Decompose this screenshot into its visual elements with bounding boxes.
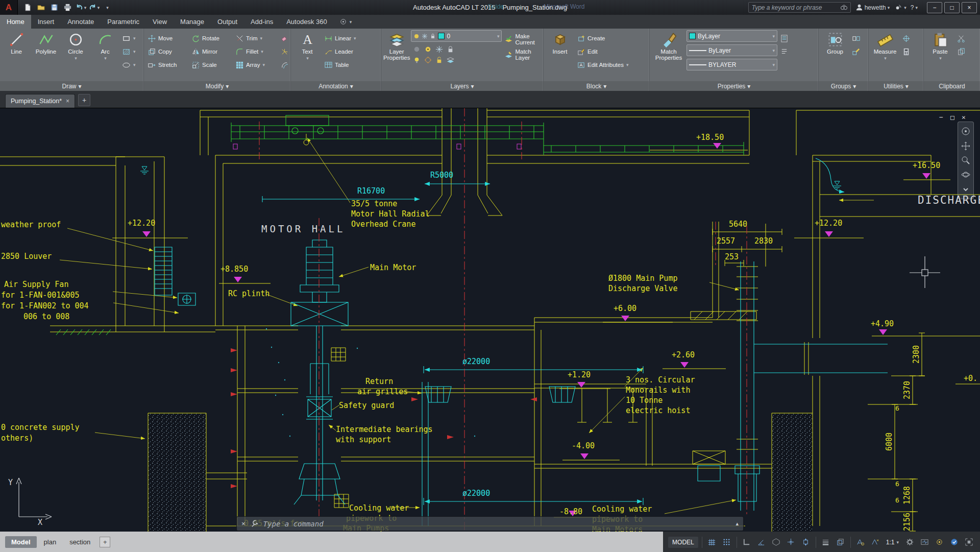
- tab-addins[interactable]: Add-ins: [244, 15, 280, 29]
- polar-tracking-toggle[interactable]: [755, 536, 768, 548]
- rotate-button[interactable]: Rotate: [190, 33, 234, 43]
- trim-button[interactable]: Trim▾: [234, 33, 278, 43]
- insert-block-button[interactable]: Insert: [546, 30, 574, 81]
- redo-dropdown-icon[interactable]: ▾: [97, 5, 100, 10]
- layer-select-combo[interactable]: 0 ▾: [411, 30, 502, 42]
- match-properties-button[interactable]: Match Properties: [652, 30, 685, 81]
- erase-button[interactable]: [279, 33, 290, 43]
- new-layout-button[interactable]: +: [100, 537, 110, 547]
- layer-thaw-button[interactable]: [422, 55, 433, 65]
- measure-button[interactable]: Measure ▾: [871, 30, 899, 81]
- linear-dimension-button[interactable]: Linear▾: [323, 33, 358, 43]
- line-button[interactable]: Line: [2, 30, 31, 81]
- list-button[interactable]: [778, 46, 790, 57]
- object-snap-tracking-toggle[interactable]: [785, 536, 797, 548]
- drawing-area[interactable]: Y X − □ × weather proof 2850 Louver Air …: [0, 108, 980, 532]
- layer-properties-button[interactable]: Layer Properties: [383, 30, 410, 81]
- panel-label-layers[interactable]: Layers▾: [381, 81, 543, 91]
- layer-freeze-button[interactable]: [433, 44, 445, 55]
- annotation-monitor-toggle[interactable]: [918, 536, 930, 548]
- layer-unlock-button[interactable]: [433, 55, 445, 65]
- ortho-mode-toggle[interactable]: [741, 536, 753, 548]
- viewport-restore-icon[interactable]: □: [950, 113, 954, 121]
- tab-manage[interactable]: Manage: [174, 15, 211, 29]
- arc-button[interactable]: Arc ▾: [91, 30, 119, 81]
- viewport-close-icon[interactable]: ×: [962, 113, 966, 121]
- make-current-button[interactable]: Make Current: [503, 34, 541, 44]
- scale-button[interactable]: Scale: [190, 60, 234, 70]
- properties-palette-button[interactable]: [778, 33, 790, 43]
- save-button[interactable]: [48, 2, 60, 13]
- search-input[interactable]: [751, 4, 840, 12]
- layer-walk-button[interactable]: [445, 55, 456, 65]
- move-button[interactable]: Move: [146, 33, 190, 43]
- panel-label-block[interactable]: Block▾: [544, 81, 649, 91]
- plot-button[interactable]: [62, 2, 73, 13]
- group-button[interactable]: Group: [821, 30, 849, 81]
- circle-button[interactable]: Circle ▾: [61, 30, 90, 81]
- command-history-icon[interactable]: ▴: [736, 520, 739, 527]
- paste-button[interactable]: Paste ▾: [926, 30, 954, 81]
- nav-more-icon[interactable]: [961, 184, 971, 195]
- layer-off-button[interactable]: [411, 44, 422, 55]
- edit-attributes-button[interactable]: Edit Attributes▾: [575, 60, 630, 70]
- zoom-icon[interactable]: [961, 155, 971, 165]
- annotation-scale-control[interactable]: 1:1 ▾: [884, 539, 901, 546]
- help-menu[interactable]: ? ▾: [911, 4, 918, 11]
- file-tab-pumping-station[interactable]: Pumping_Station* ×: [5, 94, 75, 108]
- ribbon-display-toggle[interactable]: ▾: [334, 15, 357, 29]
- signin-user[interactable]: hewetth ▾: [855, 3, 890, 12]
- mirror-button[interactable]: Mirror: [190, 46, 234, 57]
- object-snap-toggle[interactable]: [800, 536, 812, 548]
- file-tab-close-icon[interactable]: ×: [66, 98, 69, 105]
- copy-button[interactable]: Copy: [146, 46, 190, 57]
- array-button[interactable]: Array▾: [234, 60, 278, 70]
- app-menu-button[interactable]: A: [0, 0, 18, 15]
- tab-insert[interactable]: Insert: [31, 15, 61, 29]
- copy-clip-button[interactable]: [955, 46, 967, 57]
- panel-label-annotation[interactable]: Annotation▾: [291, 81, 381, 91]
- qat-menu-button[interactable]: ▾: [102, 2, 113, 13]
- tab-view[interactable]: View: [146, 15, 174, 29]
- open-button[interactable]: [35, 2, 46, 13]
- tab-autodesk360[interactable]: Autodesk 360: [280, 15, 334, 29]
- hatch-flyout-button[interactable]: ▾: [120, 46, 137, 57]
- model-space-toggle[interactable]: MODEL: [668, 537, 698, 548]
- rectangle-flyout-button[interactable]: ▾: [120, 33, 137, 43]
- layer-combo-dropdown-icon[interactable]: ▾: [497, 34, 500, 39]
- nav-wheel-icon[interactable]: [961, 126, 971, 136]
- text-button[interactable]: A Text ▾: [293, 30, 322, 81]
- communication-center[interactable]: ▾: [894, 3, 906, 12]
- quick-calc-button[interactable]: [900, 46, 912, 57]
- command-close-icon[interactable]: ×: [241, 520, 246, 527]
- group-edit-button[interactable]: [850, 46, 862, 57]
- selection-cycling-toggle[interactable]: [835, 536, 847, 548]
- new-drawing-tab-button[interactable]: +: [78, 94, 90, 106]
- window-restore-button[interactable]: □: [944, 2, 960, 13]
- cut-button[interactable]: [955, 33, 967, 43]
- ungroup-button[interactable]: [850, 33, 862, 43]
- binoculars-search-icon[interactable]: [840, 3, 848, 12]
- snap-mode-toggle[interactable]: [721, 536, 733, 548]
- ellipse-flyout-button[interactable]: ▾: [120, 60, 137, 70]
- offset-button[interactable]: [279, 60, 290, 70]
- layer-on-button[interactable]: [411, 55, 422, 65]
- id-point-button[interactable]: [900, 33, 912, 43]
- explode-button[interactable]: [279, 46, 290, 57]
- undo-dropdown-icon[interactable]: ▾: [84, 5, 87, 10]
- panel-label-groups[interactable]: Groups▾: [819, 81, 868, 91]
- graphics-performance-toggle[interactable]: [948, 536, 960, 548]
- panel-label-utilities[interactable]: Utilities▾: [869, 81, 923, 91]
- panel-label-draw[interactable]: Draw▾: [0, 81, 143, 91]
- create-block-button[interactable]: Create: [575, 33, 630, 43]
- match-layer-button[interactable]: Match Layer: [503, 50, 541, 60]
- undo-button[interactable]: ▾: [75, 2, 86, 13]
- tab-parametric[interactable]: Parametric: [101, 15, 146, 29]
- annotation-visibility-toggle[interactable]: [854, 536, 867, 548]
- orbit-icon[interactable]: [961, 170, 971, 180]
- stretch-button[interactable]: Stretch: [146, 60, 190, 70]
- viewport-minimize-icon[interactable]: −: [939, 113, 943, 121]
- isolate-objects-toggle[interactable]: [933, 536, 945, 548]
- object-color-combo[interactable]: ByLayer ▾: [687, 30, 777, 42]
- leader-button[interactable]: Leader: [323, 46, 358, 57]
